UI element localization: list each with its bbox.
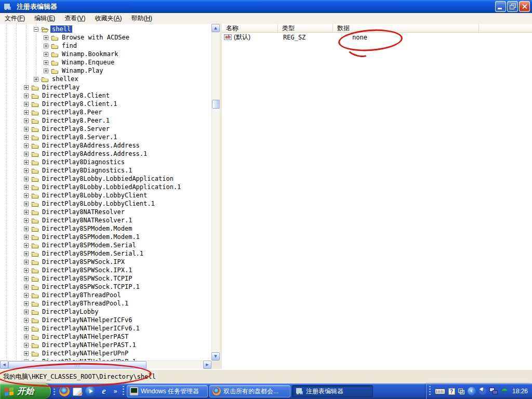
tree-item[interactable]: DirectPlay8Lobby.LobbiedApplication bbox=[0, 175, 211, 183]
taskbar-task-button[interactable]: Windows 任务管理器 bbox=[127, 385, 208, 397]
expander-icon[interactable] bbox=[24, 168, 29, 173]
value-row[interactable]: ab(默认) REG_SZ none bbox=[222, 33, 532, 42]
tree-item[interactable]: shell bbox=[0, 25, 211, 33]
tree-item[interactable]: DirectPlayNATHelperICFv6.1 bbox=[0, 324, 211, 332]
tree-item[interactable]: DirectPlayNATHelperICFv6 bbox=[0, 316, 211, 324]
tree-item[interactable]: DirectPlay8SPModem.Modem.1 bbox=[0, 233, 211, 241]
expander-icon[interactable] bbox=[24, 202, 29, 206]
expander-icon[interactable] bbox=[24, 343, 29, 348]
tree-item[interactable]: DirectPlay8SPModem.Serial bbox=[0, 241, 211, 249]
menu-item[interactable]: 查看(V) bbox=[60, 14, 90, 23]
expander-icon[interactable] bbox=[24, 102, 29, 107]
taskbar-task-button[interactable]: 双击所有的盘都会... bbox=[209, 385, 290, 397]
expander-icon[interactable] bbox=[24, 210, 29, 215]
tree-item[interactable]: shellex bbox=[0, 75, 211, 83]
tree-item[interactable]: DirectPlay8Address.Address.1 bbox=[0, 150, 211, 158]
tree-item[interactable]: DirectPlay bbox=[0, 83, 211, 91]
menu-item[interactable]: 帮助(H) bbox=[126, 14, 157, 23]
tree-item[interactable]: DirectPlay8NATResolver bbox=[0, 208, 211, 216]
column-header-name[interactable]: 名称 bbox=[222, 24, 278, 33]
menu-item[interactable]: 收藏夹(A) bbox=[90, 14, 126, 23]
close-button[interactable] bbox=[519, 1, 530, 12]
minimize-button[interactable] bbox=[495, 1, 506, 12]
tray-grip[interactable] bbox=[429, 386, 431, 396]
tree-item[interactable]: DirectPlay8SPWSock.IPX.1 bbox=[0, 266, 211, 274]
scroll-down-button[interactable]: ▼ bbox=[211, 352, 220, 361]
tree-item[interactable]: DirectPlay8.Client bbox=[0, 91, 211, 100]
expander-icon[interactable] bbox=[24, 118, 29, 123]
expander-icon[interactable] bbox=[24, 177, 29, 181]
scroll-left-button[interactable]: ◀ bbox=[0, 361, 8, 369]
expander-icon[interactable] bbox=[24, 243, 29, 248]
tree-item[interactable]: DirectPlay8Diagnostics.1 bbox=[0, 166, 211, 175]
expander-icon[interactable] bbox=[24, 318, 29, 323]
expander-icon[interactable] bbox=[24, 360, 29, 361]
expander-icon[interactable] bbox=[44, 44, 48, 48]
media-player-icon[interactable] bbox=[85, 386, 96, 396]
expander-icon[interactable] bbox=[24, 127, 29, 131]
tree-item[interactable]: DirectPlay8Diagnostics bbox=[0, 158, 211, 166]
menu-item[interactable]: 文件(F) bbox=[0, 14, 30, 23]
tree-item[interactable]: Winamp.Bookmark bbox=[0, 50, 211, 58]
volume-icon[interactable] bbox=[479, 388, 486, 395]
expander-icon[interactable] bbox=[24, 185, 29, 190]
tree-item[interactable]: DirectPlay8.Server bbox=[0, 125, 211, 133]
expander-icon[interactable] bbox=[24, 326, 29, 331]
tree-item[interactable]: DirectPlay8Lobby.LobbyClient bbox=[0, 191, 211, 200]
column-header-data[interactable]: 数据 bbox=[333, 24, 479, 33]
expander-icon[interactable] bbox=[24, 351, 29, 356]
tree-item[interactable]: DirectPlay8.Peer.1 bbox=[0, 116, 211, 125]
network-icon[interactable] bbox=[489, 388, 498, 395]
tree-item[interactable]: Winamp.Play bbox=[0, 66, 211, 75]
tree-item[interactable]: DirectPlay8Lobby.LobbiedApplication.1 bbox=[0, 183, 211, 191]
expander-icon[interactable] bbox=[24, 218, 29, 223]
tree-item[interactable]: Winamp.Enqueue bbox=[0, 58, 211, 66]
messenger-icon[interactable]: ‹ bbox=[468, 387, 476, 395]
scroll-up-button[interactable]: ▲ bbox=[211, 24, 220, 32]
taskbar-task-button[interactable]: 注册表编辑器 bbox=[292, 385, 373, 397]
scroll-right-button[interactable]: ▶ bbox=[203, 361, 211, 369]
tree-item[interactable]: DirectPlayLobby bbox=[0, 308, 211, 316]
show-desktop-icon[interactable] bbox=[73, 388, 82, 396]
expander-icon[interactable] bbox=[24, 251, 29, 256]
expander-icon[interactable] bbox=[24, 276, 29, 281]
tree-item[interactable]: DirectPlay8SPWSock.TCPIP bbox=[0, 274, 211, 283]
tree-item[interactable]: DirectPlay8.Client.1 bbox=[0, 100, 211, 108]
tree-item[interactable]: DirectPlayNATHelperUPnP bbox=[0, 349, 211, 357]
tree-item[interactable]: DirectPlay8.Server.1 bbox=[0, 133, 211, 141]
tree-item[interactable]: find bbox=[0, 42, 211, 50]
expander-icon[interactable] bbox=[24, 285, 29, 289]
menu-item[interactable]: 编辑(E) bbox=[30, 14, 60, 23]
tree-item[interactable]: DirectPlayNATHelperPAST bbox=[0, 332, 211, 341]
horizontal-scroll-thumb[interactable] bbox=[8, 361, 147, 369]
tree-item[interactable]: DirectPlay8ThreadPool.1 bbox=[0, 299, 211, 308]
expander-icon[interactable] bbox=[44, 69, 48, 73]
expander-icon[interactable] bbox=[24, 94, 29, 98]
expander-icon[interactable] bbox=[24, 135, 29, 140]
more-icon[interactable]: » bbox=[112, 386, 118, 396]
ie-icon[interactable]: e bbox=[99, 386, 109, 396]
tree-item[interactable]: DirectPlay8SPWSock.IPX bbox=[0, 258, 211, 266]
expander-icon[interactable] bbox=[24, 85, 29, 90]
expander-icon[interactable] bbox=[24, 193, 29, 198]
expander-icon[interactable] bbox=[24, 152, 29, 156]
expander-icon[interactable] bbox=[24, 301, 29, 306]
expander-icon[interactable] bbox=[34, 27, 38, 32]
column-header-type[interactable]: 类型 bbox=[278, 24, 333, 33]
tree-item[interactable]: DirectPlay8NATResolver.1 bbox=[0, 216, 211, 224]
taskband-grip[interactable] bbox=[123, 386, 124, 396]
tree-item[interactable]: DirectPlayNATHelperPAST.1 bbox=[0, 341, 211, 349]
expander-icon[interactable] bbox=[24, 235, 29, 240]
restore-button[interactable] bbox=[507, 1, 518, 12]
expander-icon[interactable] bbox=[44, 60, 48, 65]
tree-item[interactable]: DirectPlay8Lobby.LobbyClient.1 bbox=[0, 200, 211, 208]
firefox-icon[interactable] bbox=[59, 386, 70, 396]
expander-icon[interactable] bbox=[44, 35, 48, 40]
keyboard-icon[interactable] bbox=[435, 389, 445, 394]
expander-icon[interactable] bbox=[24, 143, 29, 148]
expander-icon[interactable] bbox=[24, 268, 29, 273]
help-icon[interactable]: ? bbox=[448, 388, 455, 395]
expander-icon[interactable] bbox=[24, 227, 29, 231]
tree-item[interactable]: DirectPlay8Address.Address bbox=[0, 141, 211, 150]
umbrella-icon[interactable]: ☂ bbox=[501, 387, 508, 395]
